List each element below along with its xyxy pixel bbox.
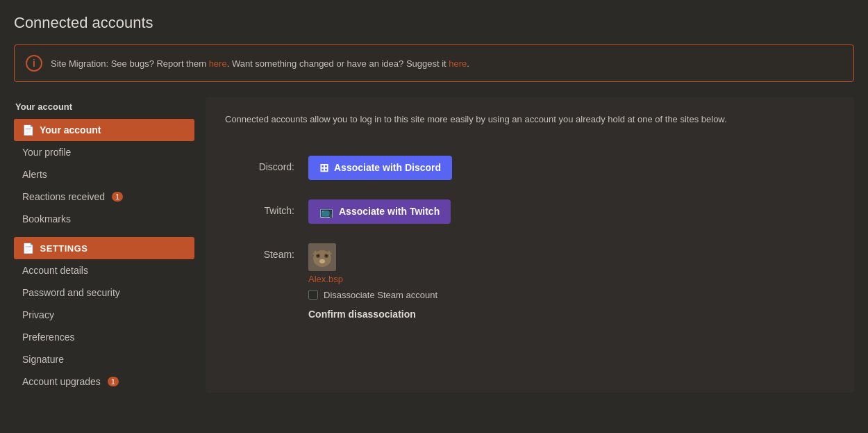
info-icon: i [26, 55, 42, 72]
disassociate-row: Disassociate Steam account [308, 290, 835, 300]
sidebar-item-account-details[interactable]: Account details [14, 259, 194, 281]
steam-row: Steam: [225, 234, 835, 334]
discord-label: Discord: [225, 156, 308, 172]
sidebar-item-label: Reactions received [22, 191, 105, 202]
steam-avatar [308, 243, 336, 271]
sidebar-settings-header[interactable]: 📄 SETTINGS [14, 237, 194, 259]
settings-header-label: SETTINGS [40, 243, 88, 254]
sidebar-item-your-profile[interactable]: Your profile [14, 141, 194, 163]
sidebar-item-reactions[interactable]: Reactions received 1 [14, 186, 194, 208]
page-wrapper: Connected accounts i Site Migration: See… [0, 0, 868, 407]
sidebar-item-preferences[interactable]: Preferences [14, 326, 194, 348]
notice-link-bugs[interactable]: here [209, 58, 227, 69]
confirm-disassociation-button[interactable]: Confirm disassociation [308, 304, 416, 324]
sidebar-item-label: Bookmarks [22, 213, 71, 224]
notice-text-after: . [467, 58, 469, 69]
notice-text-between: . Want something changed or have an idea… [227, 58, 449, 69]
document-icon: 📄 [22, 124, 34, 136]
steam-label: Steam: [225, 243, 308, 260]
sidebar-item-label: Password and security [22, 287, 120, 298]
sidebar: Your account 📄 Your account Your profile… [14, 97, 194, 393]
sidebar-item-alerts[interactable]: Alerts [14, 163, 194, 186]
steam-avatar-image [308, 243, 336, 271]
sidebar-item-label: Your account [40, 124, 101, 136]
upgrades-badge: 1 [108, 377, 119, 386]
twitch-button-label: Associate with Twitch [339, 206, 440, 217]
associate-twitch-button[interactable]: 📺 Associate with Twitch [308, 199, 451, 224]
sidebar-item-label: Account upgrades [22, 376, 101, 387]
twitch-label: Twitch: [225, 199, 308, 216]
main-layout: Your account 📄 Your account Your profile… [14, 97, 854, 393]
notice-link-ideas[interactable]: here [449, 58, 467, 69]
sidebar-section-header: Your account [14, 97, 194, 119]
sidebar-item-label: Preferences [22, 332, 74, 343]
sidebar-item-signature[interactable]: Signature [14, 348, 194, 370]
svg-point-7 [317, 254, 319, 256]
sidebar-item-label: Your profile [22, 147, 71, 158]
discord-button-label: Associate with Discord [334, 162, 441, 173]
sidebar-item-your-account[interactable]: 📄 Your account [14, 119, 194, 141]
svg-point-8 [326, 254, 328, 256]
accounts-table: Discord: ⊞ Associate with Discord Twitch… [225, 146, 835, 334]
sidebar-item-bookmarks[interactable]: Bookmarks [14, 208, 194, 230]
steam-username[interactable]: Alex.bsp [308, 274, 835, 284]
svg-point-4 [319, 259, 325, 263]
discord-icon: ⊞ [319, 161, 328, 174]
notice-text-before: Site Migration: See bugs? Report them [51, 58, 209, 69]
sidebar-item-label: Privacy [22, 309, 54, 320]
disassociate-checkbox[interactable] [308, 290, 318, 300]
content-description: Connected accounts allow you to log in t… [225, 113, 835, 126]
twitch-icon: 📺 [319, 205, 333, 218]
sidebar-item-privacy[interactable]: Privacy [14, 304, 194, 326]
content-area: Connected accounts allow you to log in t… [206, 97, 854, 393]
notice-text: Site Migration: See bugs? Report them he… [51, 58, 469, 69]
twitch-action: 📺 Associate with Twitch [308, 199, 835, 224]
disassociate-label: Disassociate Steam account [324, 290, 437, 300]
twitch-row: Twitch: 📺 Associate with Twitch [225, 190, 835, 234]
associate-discord-button[interactable]: ⊞ Associate with Discord [308, 156, 452, 180]
sidebar-item-account-upgrades[interactable]: Account upgrades 1 [14, 370, 194, 393]
discord-action: ⊞ Associate with Discord [308, 156, 835, 180]
sidebar-item-label: Alerts [22, 169, 47, 180]
notice-banner: i Site Migration: See bugs? Report them … [14, 44, 854, 82]
sidebar-item-password-security[interactable]: Password and security [14, 281, 194, 304]
steam-action: Alex.bsp Disassociate Steam account Conf… [308, 243, 835, 324]
sidebar-item-label: Account details [22, 265, 88, 276]
page-title: Connected accounts [14, 14, 854, 32]
sidebar-item-label: Signature [22, 354, 64, 365]
discord-row: Discord: ⊞ Associate with Discord [225, 146, 835, 190]
settings-icon: 📄 [22, 243, 35, 254]
reactions-badge: 1 [112, 192, 123, 202]
